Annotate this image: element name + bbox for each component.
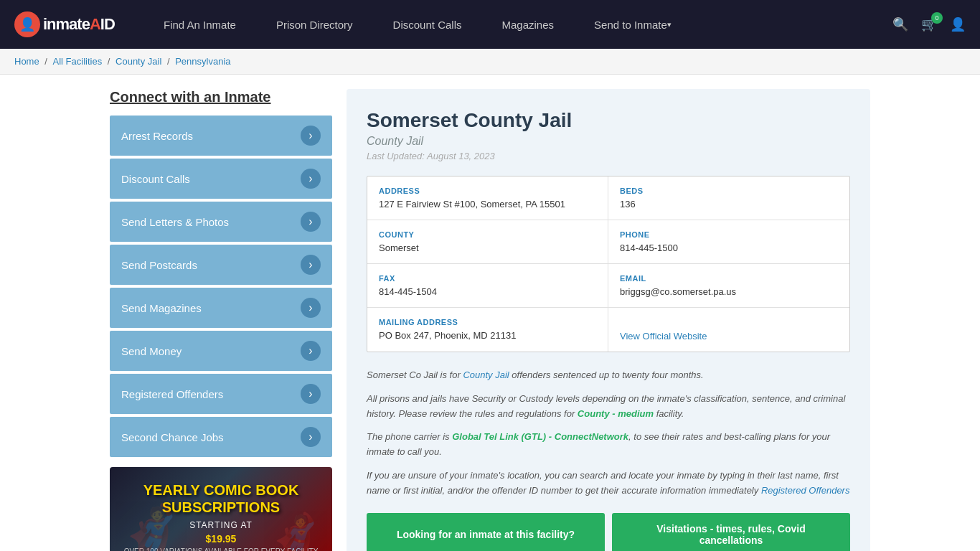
website-cell: View Official Website [608,308,849,352]
email-label: EMAIL [620,274,838,283]
ad-subtitle: STARTING AT [189,520,253,530]
ad-price: $19.95 [206,533,237,545]
ad-banner[interactable]: 🦸 🦸 YEARLY COMIC BOOKSUBSCRIPTIONS START… [110,467,332,551]
address-label: ADDRESS [379,187,596,195]
arrow-icon: › [301,212,321,232]
desc-3: The phone carrier is Global Tel Link (GT… [367,430,850,460]
county-cell: COUNTY Somerset [367,220,608,264]
fax-label: FAX [379,274,596,283]
sidebar-title: Connect with an Inmate [110,89,332,105]
sidebar-item-second-chance-jobs[interactable]: Second Chance Jobs › [110,417,332,457]
find-inmate-button[interactable]: Looking for an inmate at this facility? [367,513,605,551]
cart-icon[interactable]: 🛒0 [921,17,937,32]
arrow-icon: › [301,341,321,361]
breadcrumb-home[interactable]: Home [14,56,39,67]
user-icon[interactable]: 👤 [950,17,966,32]
nav-find-inmate[interactable]: Find An Inmate [143,0,256,49]
email-cell: EMAIL briggsg@co.somerset.pa.us [608,264,849,308]
arrow-icon: › [301,427,321,447]
visitations-button[interactable]: Visitations - times, rules, Covid cancel… [612,513,850,551]
sidebar-item-send-money[interactable]: Send Money › [110,331,332,371]
breadcrumb-pennsylvania[interactable]: Pennsylvania [175,56,230,67]
main-nav: Find An Inmate Prison Directory Discount… [143,0,892,49]
mailing-cell: MAILING ADDRESS PO Box 247, Phoenix, MD … [367,308,608,352]
arrow-icon: › [301,169,321,189]
phone-cell: PHONE 814-445-1500 [608,220,849,264]
desc-2: All prisons and jails have Security or C… [367,392,850,422]
county-label: COUNTY [379,230,596,239]
facility-type: County Jail [367,135,850,148]
arrow-icon: › [301,126,321,146]
facility-content: Somerset County Jail County Jail Last Up… [347,89,870,551]
logo-text: inmateAID [43,15,115,34]
address-cell: ADDRESS 127 E Fairview St #100, Somerset… [367,176,608,220]
logo-icon: 👤 [14,11,40,37]
email-value: briggsg@co.somerset.pa.us [620,286,838,297]
mailing-value: PO Box 247, Phoenix, MD 21131 [379,330,596,341]
fax-cell: FAX 814-445-1504 [367,264,608,308]
phone-value: 814-445-1500 [620,242,838,253]
arrow-icon: › [301,255,321,275]
facility-name: Somerset County Jail [367,109,850,132]
sidebar-menu: Arrest Records › Discount Calls › Send L… [110,116,332,457]
nav-send-to-inmate[interactable]: Send to Inmate [574,0,692,49]
info-grid: ADDRESS 127 E Fairview St #100, Somerset… [367,176,850,352]
mailing-label: MAILING ADDRESS [379,318,596,326]
breadcrumb-county-jail[interactable]: County Jail [116,56,161,67]
sidebar: Connect with an Inmate Arrest Records › … [110,89,332,551]
gtl-link[interactable]: Global Tel Link (GTL) - ConnectNetwork [452,431,628,442]
sidebar-item-send-magazines[interactable]: Send Magazines › [110,288,332,328]
desc-1: Somerset Co Jail is for County Jail offe… [367,368,850,383]
action-buttons: Looking for an inmate at this facility? … [367,513,850,551]
phone-label: PHONE [620,230,838,239]
last-updated: Last Updated: August 13, 2023 [367,151,850,161]
fax-value: 814-445-1504 [379,286,596,297]
county-jail-link[interactable]: County Jail [463,369,509,380]
breadcrumb: Home / All Facilities / County Jail / Pe… [0,49,980,75]
sidebar-item-arrest-records[interactable]: Arrest Records › [110,116,332,156]
nav-magazines[interactable]: Magazines [481,0,574,49]
beds-cell: BEDS 136 [608,176,849,220]
cart-badge: 0 [931,12,943,24]
registered-offenders-link[interactable]: Registered Offenders [761,485,850,496]
search-icon[interactable]: 🔍 [892,17,908,32]
nav-discount-calls[interactable]: Discount Calls [373,0,482,49]
logo[interactable]: 👤 inmateAID [14,11,129,37]
arrow-icon: › [301,298,321,318]
arrow-icon: › [301,384,321,404]
header: 👤 inmateAID Find An Inmate Prison Direct… [0,0,980,49]
sidebar-item-send-postcards[interactable]: Send Postcards › [110,245,332,285]
address-value: 127 E Fairview St #100, Somerset, PA 155… [379,199,596,209]
header-icons: 🔍 🛒0 👤 [892,17,966,32]
county-medium-link[interactable]: County - medium [578,408,654,419]
beds-label: BEDS [620,187,838,195]
sidebar-item-send-letters[interactable]: Send Letters & Photos › [110,202,332,242]
breadcrumb-all-facilities[interactable]: All Facilities [53,56,103,67]
main-container: Connect with an Inmate Arrest Records › … [95,75,885,551]
nav-prison-directory[interactable]: Prison Directory [256,0,373,49]
desc-4: If you are unsure of your inmate's locat… [367,468,850,499]
county-value: Somerset [379,242,596,253]
sidebar-item-discount-calls[interactable]: Discount Calls › [110,159,332,199]
official-website-link[interactable]: View Official Website [620,331,707,342]
beds-value: 136 [620,199,838,209]
sidebar-item-registered-offenders[interactable]: Registered Offenders › [110,374,332,414]
